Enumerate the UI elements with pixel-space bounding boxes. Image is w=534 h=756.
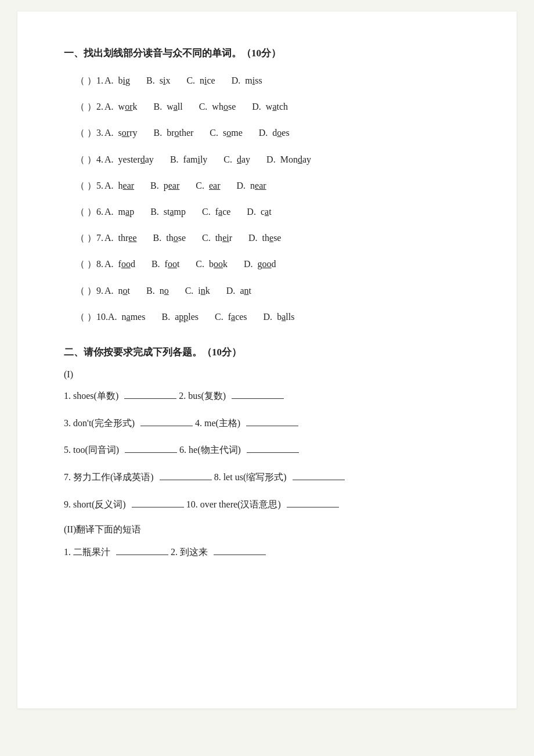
option: B. those xyxy=(153,230,186,246)
option: A. map xyxy=(104,204,134,219)
underlined-phoneme: a xyxy=(218,207,222,217)
option-letter: A. xyxy=(104,75,116,85)
fill-item: 6. he(物主代词) xyxy=(179,442,241,459)
option-letter: D. xyxy=(244,259,255,269)
question-number: （ ）2. xyxy=(75,99,104,114)
question-number: （ ）8. xyxy=(75,256,104,272)
option-letter: D. xyxy=(266,154,278,164)
option: D. ant xyxy=(226,283,251,298)
fill-row: 3. don't(完全形式)4. me(主格) xyxy=(64,415,470,432)
option: C. face xyxy=(202,204,230,219)
option-letter: A. xyxy=(104,102,116,111)
underlined-phoneme: i xyxy=(197,154,200,164)
part1-label: (I) xyxy=(64,369,470,380)
question-options: A. yesterdayB. familyC. dayD. Monday xyxy=(104,152,311,167)
fill-item: 9. short(反义词) xyxy=(64,496,126,513)
option-letter: A. xyxy=(104,128,116,138)
option: C. day xyxy=(223,152,250,167)
fill-item: 2. 到这来 xyxy=(171,544,208,561)
option: A. names xyxy=(108,309,145,325)
answer-blank[interactable] xyxy=(293,470,345,480)
question-options: A. hearB. pearC. earD. near xyxy=(104,178,266,193)
underlined-phoneme: oo xyxy=(121,259,131,269)
fill-item: 5. too(同音词) xyxy=(64,442,119,459)
section1-questions: （ ）1.A. bigB. sixC. niceD. miss（ ）2.A. w… xyxy=(64,73,470,325)
fill-row: 9. short(反义词)10. over there(汉语意思) xyxy=(64,496,470,513)
option: D. does xyxy=(259,125,290,141)
answer-blank[interactable] xyxy=(214,545,266,555)
option: A. food xyxy=(104,256,135,272)
option: C. ear xyxy=(196,178,220,193)
underlined-phoneme: a xyxy=(125,207,129,217)
answer-blank[interactable] xyxy=(160,470,212,480)
option-letter: C. xyxy=(185,286,196,296)
underlined-phoneme: oo xyxy=(262,259,272,269)
option: A. yesterday xyxy=(104,152,154,167)
underlined-phoneme: e xyxy=(269,233,273,243)
option: C. faces xyxy=(215,309,247,325)
fill-row: 1. shoes(单数)2. bus(复数) xyxy=(64,388,470,405)
underlined-phoneme: ei xyxy=(222,233,229,243)
underlined-phoneme: i xyxy=(204,75,207,85)
underlined-phoneme: a xyxy=(282,312,286,322)
option-letter: B. xyxy=(150,181,161,190)
option-letter: A. xyxy=(104,259,116,269)
option: B. family xyxy=(170,152,207,167)
option: C. their xyxy=(202,230,232,246)
underlined-phoneme: o xyxy=(164,286,169,296)
question-row: （ ）6.A. mapB. stampC. faceD. cat xyxy=(64,204,470,219)
option: D. Monday xyxy=(266,152,311,167)
option: B. wall xyxy=(153,99,182,114)
underlined-phoneme: oo xyxy=(214,259,223,269)
option: C. book xyxy=(196,256,228,272)
answer-blank[interactable] xyxy=(246,416,298,426)
answer-blank[interactable] xyxy=(132,497,184,507)
answer-blank[interactable] xyxy=(287,497,339,507)
option: D. these xyxy=(248,230,281,246)
underlined-phoneme: d xyxy=(140,154,145,164)
question-number: （ ）4. xyxy=(75,152,104,167)
underlined-phoneme: o xyxy=(277,128,282,138)
option-letter: A. xyxy=(104,233,116,243)
answer-blank[interactable] xyxy=(125,442,177,453)
question-row: （ ）10.A. namesB. applesC. facesD. balls xyxy=(64,309,470,325)
fill-item: 1. 二瓶果汁 xyxy=(64,544,110,561)
option: B. foot xyxy=(151,256,179,272)
question-row: （ ）5.A. hearB. pearC. earD. near xyxy=(64,178,470,193)
option-letter: B. xyxy=(153,102,164,111)
answer-blank[interactable] xyxy=(232,388,284,399)
section2-body: (I) 1. shoes(单数)2. bus(复数)3. don't(完全形式)… xyxy=(64,369,470,561)
answer-blank[interactable] xyxy=(124,388,176,399)
option-letter: C. xyxy=(202,207,213,217)
answer-blank[interactable] xyxy=(247,442,299,453)
option: B. apples xyxy=(161,309,199,325)
option-letter: D. xyxy=(252,102,264,111)
question-row: （ ）1.A. bigB. sixC. niceD. miss xyxy=(64,73,470,88)
option-letter: A. xyxy=(104,154,116,164)
question-row: （ ）2.A. workB. wallC. whoseD. watch xyxy=(64,99,470,114)
underlined-phoneme: i xyxy=(123,75,125,85)
fill-item: 3. don't(完全形式) xyxy=(64,415,135,432)
underlined-phoneme: o xyxy=(223,102,228,111)
question-number: （ ）10. xyxy=(75,309,108,325)
question-options: A. mapB. stampC. faceD. cat xyxy=(104,204,272,219)
fill-item: 8. let us(缩写形式) xyxy=(214,469,287,486)
option-letter: B. xyxy=(151,259,163,269)
underlined-phoneme: ear xyxy=(255,181,266,190)
fill-item: 7. 努力工作(译成英语) xyxy=(64,469,154,486)
option: D. near xyxy=(237,178,266,193)
option-letter: B. xyxy=(170,154,181,164)
option-letter: C. xyxy=(202,233,213,243)
answer-blank[interactable] xyxy=(116,545,168,555)
option: D. miss xyxy=(232,73,262,88)
question-row: （ ）4.A. yesterdayB. familyC. dayD. Monda… xyxy=(64,152,470,167)
answer-blank[interactable] xyxy=(140,416,193,426)
option: C. nice xyxy=(186,73,215,88)
option: A. three xyxy=(104,230,137,246)
underlined-phoneme: o xyxy=(226,128,231,138)
option: C. some xyxy=(210,125,242,141)
underlined-phoneme: oo xyxy=(168,259,177,269)
question-number: （ ）6. xyxy=(75,204,104,219)
option-letter: B. xyxy=(150,207,161,217)
fill-item: 10. over there(汉语意思) xyxy=(186,496,281,513)
